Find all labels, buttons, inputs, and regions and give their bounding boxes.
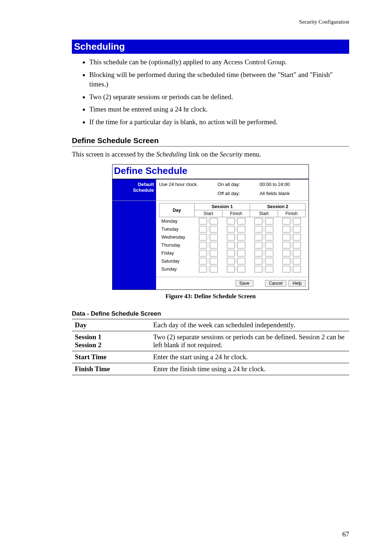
- time-input[interactable]: [199, 258, 207, 264]
- time-input[interactable]: [227, 226, 235, 232]
- field-description: Enter the finish time using a 24 hr cloc…: [150, 363, 349, 375]
- schedule-row: Tuesday::::: [159, 225, 306, 233]
- time-input[interactable]: [254, 258, 262, 264]
- time-input[interactable]: [210, 234, 218, 240]
- time-input[interactable]: [199, 266, 207, 272]
- time-input[interactable]: [254, 242, 262, 248]
- subheading-define-schedule-screen: Define Schedule Screen: [72, 135, 349, 147]
- time-input[interactable]: [210, 218, 218, 224]
- text-italic: Scheduling: [156, 150, 187, 158]
- time-input[interactable]: [227, 258, 235, 264]
- time-input[interactable]: [210, 266, 218, 272]
- screenshot-title: Define Schedule: [113, 165, 309, 179]
- time-input[interactable]: [282, 234, 290, 240]
- time-input[interactable]: [293, 242, 301, 248]
- time-input[interactable]: [227, 266, 235, 272]
- page-header: Security Configuration: [72, 19, 349, 25]
- time-input[interactable]: [227, 242, 235, 248]
- time-input[interactable]: [265, 242, 273, 248]
- time-input[interactable]: [210, 258, 218, 264]
- time-input[interactable]: [199, 250, 207, 256]
- subheading-data-table: Data - Define Schedule Screen: [72, 310, 349, 317]
- day-label: Tuesday: [159, 225, 195, 233]
- help-button[interactable]: Help: [289, 280, 306, 287]
- time-input[interactable]: [282, 258, 290, 264]
- field-description: Two (2) separate sessions or periods can…: [150, 331, 349, 351]
- schedule-row: Wednesday::::: [159, 233, 306, 241]
- time-input[interactable]: [282, 218, 290, 224]
- day-label: Saturday: [159, 257, 195, 265]
- time-input[interactable]: [293, 250, 301, 256]
- time-input[interactable]: [237, 242, 245, 248]
- time-input[interactable]: [293, 226, 301, 232]
- schedule-row: Saturday::::: [159, 257, 306, 265]
- time-input[interactable]: [293, 218, 301, 224]
- time-input[interactable]: [210, 226, 218, 232]
- screenshot-clock-info: Use 24 hour clock. On all day: 00:00 to …: [156, 179, 309, 201]
- time-input[interactable]: [237, 266, 245, 272]
- time-input[interactable]: [254, 234, 262, 240]
- time-input[interactable]: [293, 258, 301, 264]
- time-input[interactable]: [237, 226, 245, 232]
- time-input[interactable]: [199, 218, 207, 224]
- time-input[interactable]: [282, 242, 290, 248]
- intro-text: This screen is accessed by the Schedulin…: [72, 150, 349, 158]
- time-input[interactable]: [199, 234, 207, 240]
- time-input[interactable]: [293, 234, 301, 240]
- time-input[interactable]: [293, 266, 301, 272]
- time-input[interactable]: [282, 226, 290, 232]
- table-row: Start Time Enter the start using a 24 hr…: [72, 351, 349, 363]
- time-input[interactable]: [265, 218, 273, 224]
- time-input[interactable]: [282, 250, 290, 256]
- time-input[interactable]: [254, 266, 262, 272]
- day-header: Day: [159, 203, 195, 217]
- time-input[interactable]: [227, 218, 235, 224]
- time-input[interactable]: [210, 250, 218, 256]
- start-header: Start: [195, 210, 222, 217]
- save-button[interactable]: Save: [236, 280, 253, 287]
- bullet: Blocking will be performed during the sc…: [89, 70, 349, 89]
- time-input[interactable]: [265, 234, 273, 240]
- bullet: Times must be entered using a 24 hr cloc…: [89, 105, 349, 114]
- time-input[interactable]: [265, 226, 273, 232]
- field-label: Session 1 Session 2: [72, 331, 150, 351]
- time-input[interactable]: [199, 242, 207, 248]
- field-label: Day: [72, 319, 150, 331]
- field-description: Enter the start using a 24 hr clock.: [150, 351, 349, 363]
- scheduling-notes: This schedule can be (optionally) applie…: [72, 57, 349, 127]
- time-input[interactable]: [282, 266, 290, 272]
- time-input[interactable]: [254, 250, 262, 256]
- day-label: Thursday: [159, 241, 195, 249]
- time-input[interactable]: [265, 258, 273, 264]
- time-input[interactable]: [210, 242, 218, 248]
- session1-header: Session 1: [195, 203, 250, 210]
- day-label: Monday: [159, 217, 195, 226]
- time-input[interactable]: [265, 266, 273, 272]
- schedule-table: Day Session 1 Session 2 Start Finish Sta…: [159, 203, 306, 273]
- time-input[interactable]: [227, 250, 235, 256]
- off-all-day-label: Off all day:: [217, 191, 256, 198]
- cancel-button[interactable]: Cancel: [265, 280, 286, 287]
- off-all-day-value: All fields blank: [260, 191, 306, 198]
- text: Default: [138, 182, 154, 187]
- day-label: Friday: [159, 249, 195, 257]
- time-input[interactable]: [254, 218, 262, 224]
- section-heading: Scheduling: [72, 40, 349, 54]
- schedule-row: Thursday::::: [159, 241, 306, 249]
- schedule-row: Friday::::: [159, 249, 306, 257]
- define-schedule-screenshot: Define Schedule Default Schedule Use 24 …: [112, 164, 309, 290]
- table-row: Session 1 Session 2 Two (2) separate ses…: [72, 331, 349, 351]
- time-input[interactable]: [237, 258, 245, 264]
- page-number: 67: [0, 530, 349, 538]
- figure-caption: Figure 43: Define Schedule Screen: [72, 293, 349, 300]
- time-input[interactable]: [199, 226, 207, 232]
- time-input[interactable]: [227, 234, 235, 240]
- time-input[interactable]: [237, 250, 245, 256]
- day-label: Sunday: [159, 265, 195, 273]
- time-input[interactable]: [265, 250, 273, 256]
- time-input[interactable]: [254, 226, 262, 232]
- day-label: Wednesday: [159, 233, 195, 241]
- text: link on the: [187, 150, 220, 158]
- time-input[interactable]: [237, 218, 245, 224]
- time-input[interactable]: [237, 234, 245, 240]
